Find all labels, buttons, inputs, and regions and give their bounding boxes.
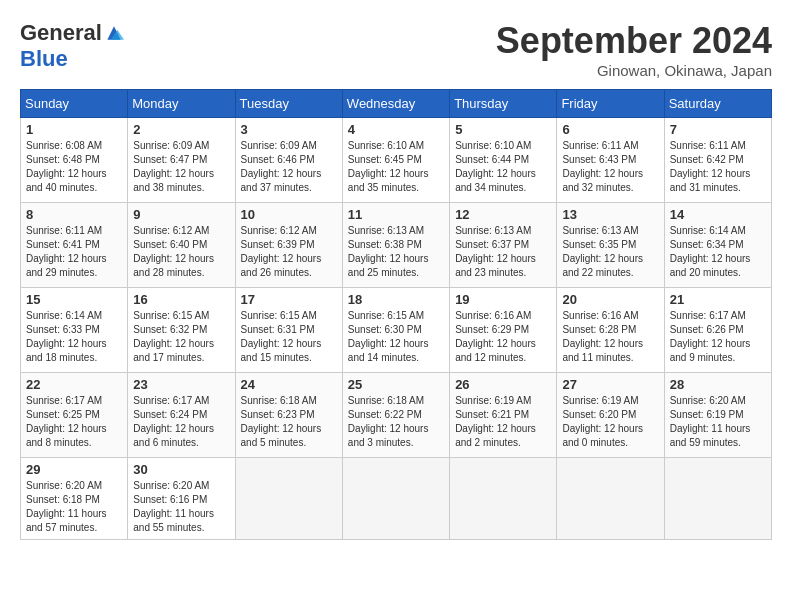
daylight-label: Daylight: 12 hours and 20 minutes. (670, 253, 751, 278)
day-number: 17 (241, 292, 337, 307)
sunrise-label: Sunrise: 6:13 AM (562, 225, 638, 236)
day-number: 16 (133, 292, 229, 307)
logo-general: General (20, 20, 102, 46)
weekday-header-row: SundayMondayTuesdayWednesdayThursdayFrid… (21, 90, 772, 118)
day-info: Sunrise: 6:13 AM Sunset: 6:38 PM Dayligh… (348, 224, 444, 280)
calendar-day-cell: 1 Sunrise: 6:08 AM Sunset: 6:48 PM Dayli… (21, 118, 128, 203)
sunrise-label: Sunrise: 6:19 AM (455, 395, 531, 406)
sunset-label: Sunset: 6:47 PM (133, 154, 207, 165)
day-info: Sunrise: 6:12 AM Sunset: 6:39 PM Dayligh… (241, 224, 337, 280)
sunset-label: Sunset: 6:26 PM (670, 324, 744, 335)
calendar-day-cell: 23 Sunrise: 6:17 AM Sunset: 6:24 PM Dayl… (128, 373, 235, 458)
day-number: 24 (241, 377, 337, 392)
day-number: 22 (26, 377, 122, 392)
calendar-day-cell: 26 Sunrise: 6:19 AM Sunset: 6:21 PM Dayl… (450, 373, 557, 458)
sunrise-label: Sunrise: 6:20 AM (26, 480, 102, 491)
sunrise-label: Sunrise: 6:10 AM (455, 140, 531, 151)
calendar-day-cell: 8 Sunrise: 6:11 AM Sunset: 6:41 PM Dayli… (21, 203, 128, 288)
weekday-header: Wednesday (342, 90, 449, 118)
weekday-header: Tuesday (235, 90, 342, 118)
sunset-label: Sunset: 6:43 PM (562, 154, 636, 165)
daylight-label: Daylight: 12 hours and 40 minutes. (26, 168, 107, 193)
calendar-day-cell: 22 Sunrise: 6:17 AM Sunset: 6:25 PM Dayl… (21, 373, 128, 458)
daylight-label: Daylight: 12 hours and 31 minutes. (670, 168, 751, 193)
day-number: 1 (26, 122, 122, 137)
calendar-day-cell: 11 Sunrise: 6:13 AM Sunset: 6:38 PM Dayl… (342, 203, 449, 288)
sunrise-label: Sunrise: 6:17 AM (26, 395, 102, 406)
calendar-day-cell: 28 Sunrise: 6:20 AM Sunset: 6:19 PM Dayl… (664, 373, 771, 458)
calendar-day-cell: 15 Sunrise: 6:14 AM Sunset: 6:33 PM Dayl… (21, 288, 128, 373)
sunset-label: Sunset: 6:32 PM (133, 324, 207, 335)
sunrise-label: Sunrise: 6:11 AM (562, 140, 638, 151)
day-number: 7 (670, 122, 766, 137)
sunset-label: Sunset: 6:34 PM (670, 239, 744, 250)
day-number: 10 (241, 207, 337, 222)
day-info: Sunrise: 6:09 AM Sunset: 6:47 PM Dayligh… (133, 139, 229, 195)
day-number: 25 (348, 377, 444, 392)
sunset-label: Sunset: 6:44 PM (455, 154, 529, 165)
calendar-day-cell: 30 Sunrise: 6:20 AM Sunset: 6:16 PM Dayl… (128, 458, 235, 540)
sunrise-label: Sunrise: 6:14 AM (670, 225, 746, 236)
calendar-day-cell: 17 Sunrise: 6:15 AM Sunset: 6:31 PM Dayl… (235, 288, 342, 373)
sunset-label: Sunset: 6:22 PM (348, 409, 422, 420)
day-info: Sunrise: 6:14 AM Sunset: 6:34 PM Dayligh… (670, 224, 766, 280)
calendar-day-cell: 19 Sunrise: 6:16 AM Sunset: 6:29 PM Dayl… (450, 288, 557, 373)
daylight-label: Daylight: 12 hours and 17 minutes. (133, 338, 214, 363)
daylight-label: Daylight: 12 hours and 34 minutes. (455, 168, 536, 193)
daylight-label: Daylight: 11 hours and 57 minutes. (26, 508, 107, 533)
day-number: 15 (26, 292, 122, 307)
calendar-day-cell: 7 Sunrise: 6:11 AM Sunset: 6:42 PM Dayli… (664, 118, 771, 203)
day-number: 2 (133, 122, 229, 137)
sunrise-label: Sunrise: 6:09 AM (133, 140, 209, 151)
sunrise-label: Sunrise: 6:08 AM (26, 140, 102, 151)
empty-cell (235, 458, 342, 540)
sunrise-label: Sunrise: 6:19 AM (562, 395, 638, 406)
sunset-label: Sunset: 6:21 PM (455, 409, 529, 420)
day-info: Sunrise: 6:17 AM Sunset: 6:26 PM Dayligh… (670, 309, 766, 365)
month-title: September 2024 (496, 20, 772, 62)
calendar-week-row: 1 Sunrise: 6:08 AM Sunset: 6:48 PM Dayli… (21, 118, 772, 203)
calendar-day-cell: 3 Sunrise: 6:09 AM Sunset: 6:46 PM Dayli… (235, 118, 342, 203)
daylight-label: Daylight: 11 hours and 59 minutes. (670, 423, 751, 448)
daylight-label: Daylight: 12 hours and 14 minutes. (348, 338, 429, 363)
sunset-label: Sunset: 6:37 PM (455, 239, 529, 250)
day-info: Sunrise: 6:11 AM Sunset: 6:41 PM Dayligh… (26, 224, 122, 280)
day-info: Sunrise: 6:14 AM Sunset: 6:33 PM Dayligh… (26, 309, 122, 365)
empty-cell (342, 458, 449, 540)
weekday-header: Monday (128, 90, 235, 118)
sunrise-label: Sunrise: 6:12 AM (133, 225, 209, 236)
day-info: Sunrise: 6:10 AM Sunset: 6:44 PM Dayligh… (455, 139, 551, 195)
sunset-label: Sunset: 6:40 PM (133, 239, 207, 250)
day-number: 29 (26, 462, 122, 477)
day-info: Sunrise: 6:17 AM Sunset: 6:24 PM Dayligh… (133, 394, 229, 450)
day-number: 5 (455, 122, 551, 137)
sunset-label: Sunset: 6:39 PM (241, 239, 315, 250)
calendar-day-cell: 14 Sunrise: 6:14 AM Sunset: 6:34 PM Dayl… (664, 203, 771, 288)
day-number: 23 (133, 377, 229, 392)
daylight-label: Daylight: 12 hours and 22 minutes. (562, 253, 643, 278)
day-number: 6 (562, 122, 658, 137)
day-info: Sunrise: 6:19 AM Sunset: 6:20 PM Dayligh… (562, 394, 658, 450)
calendar-day-cell: 5 Sunrise: 6:10 AM Sunset: 6:44 PM Dayli… (450, 118, 557, 203)
calendar-week-row: 29 Sunrise: 6:20 AM Sunset: 6:18 PM Dayl… (21, 458, 772, 540)
calendar-day-cell: 29 Sunrise: 6:20 AM Sunset: 6:18 PM Dayl… (21, 458, 128, 540)
sunset-label: Sunset: 6:41 PM (26, 239, 100, 250)
day-number: 26 (455, 377, 551, 392)
daylight-label: Daylight: 12 hours and 0 minutes. (562, 423, 643, 448)
daylight-label: Daylight: 12 hours and 38 minutes. (133, 168, 214, 193)
daylight-label: Daylight: 12 hours and 12 minutes. (455, 338, 536, 363)
day-info: Sunrise: 6:13 AM Sunset: 6:37 PM Dayligh… (455, 224, 551, 280)
calendar-day-cell: 21 Sunrise: 6:17 AM Sunset: 6:26 PM Dayl… (664, 288, 771, 373)
day-number: 3 (241, 122, 337, 137)
sunrise-label: Sunrise: 6:20 AM (133, 480, 209, 491)
logo-icon (104, 23, 124, 43)
weekday-header: Saturday (664, 90, 771, 118)
weekday-header: Thursday (450, 90, 557, 118)
calendar-week-row: 15 Sunrise: 6:14 AM Sunset: 6:33 PM Dayl… (21, 288, 772, 373)
weekday-header: Sunday (21, 90, 128, 118)
day-number: 14 (670, 207, 766, 222)
day-info: Sunrise: 6:11 AM Sunset: 6:43 PM Dayligh… (562, 139, 658, 195)
sunset-label: Sunset: 6:28 PM (562, 324, 636, 335)
day-info: Sunrise: 6:18 AM Sunset: 6:22 PM Dayligh… (348, 394, 444, 450)
sunrise-label: Sunrise: 6:18 AM (348, 395, 424, 406)
